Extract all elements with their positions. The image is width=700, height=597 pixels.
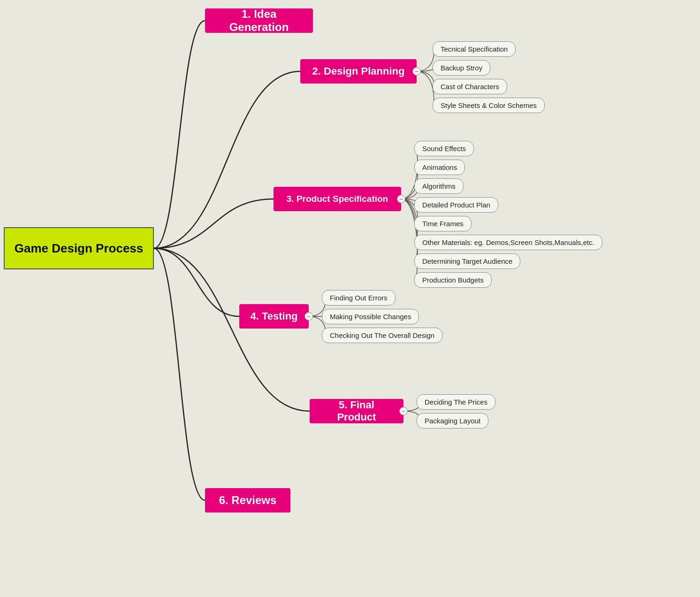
branch-b3[interactable]: 3. Product Specification [274,187,401,211]
root-label: Game Design Process [15,241,144,256]
collapse-btn-b3[interactable]: − [397,195,405,203]
branch-b1[interactable]: 1. Idea Generation [205,8,313,33]
leaf-node: Backup Stroy [433,60,490,76]
branch-b5[interactable]: 5. Final Product [310,399,403,423]
leaf-node: Finding Out Errors [322,290,396,306]
collapse-btn-b2[interactable]: − [412,67,421,76]
leaf-node: Production Budgets [414,272,492,288]
leaf-node: Detailed Product Plan [414,197,498,213]
leaf-node: Time Frames [414,216,472,231]
leaf-node: Style Sheets & Color Schemes [433,98,545,113]
leaf-node: Tecnical Specification [433,41,516,57]
leaf-node: Sound Effects [414,141,474,156]
leaf-node: Other Materials: eg. Demos,Screen Shots,… [414,235,602,250]
root-node: Game Design Process [4,227,154,269]
leaf-node: Packaging Layout [417,413,488,429]
leaf-node: Determining Target Audience [414,253,520,269]
branch-b2[interactable]: 2. Design Planning [300,59,417,84]
leaf-node: Cast of Characters [433,79,507,94]
leaf-node: Checking Out The Overall Design [322,328,442,343]
leaf-node: Algorithms [414,178,464,194]
leaf-node: Animations [414,160,465,175]
collapse-btn-b5[interactable]: − [399,407,408,415]
leaf-node: Deciding The Prices [417,394,495,410]
branch-b6[interactable]: 6. Reviews [205,488,290,513]
leaf-node: Making Possible Changes [322,309,419,324]
branch-b4[interactable]: 4. Testing [239,304,309,329]
collapse-btn-b4[interactable]: − [304,312,313,321]
